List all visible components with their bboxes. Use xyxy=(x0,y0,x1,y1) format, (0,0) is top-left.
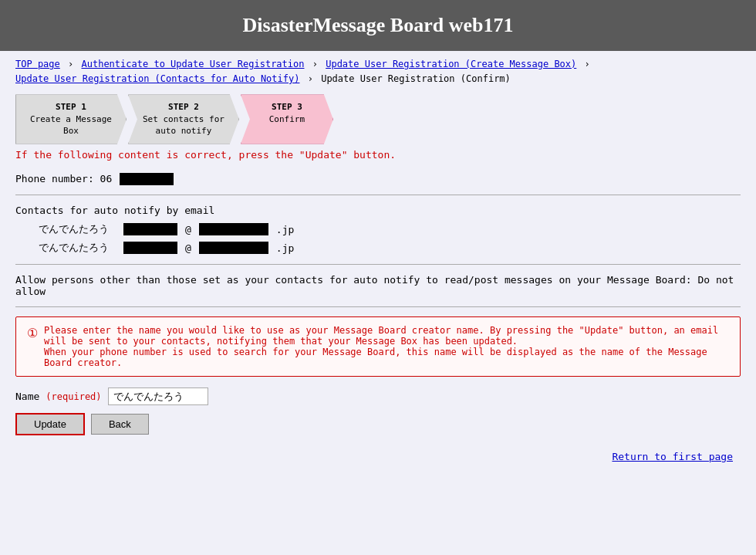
breadcrumb-top[interactable]: TOP page xyxy=(15,59,60,69)
phone-section: Phone number: 06 xyxy=(15,173,741,186)
contacts-section: Contacts for auto notify by email でんでんたろ… xyxy=(15,205,741,255)
breadcrumb-create-message-box[interactable]: Update User Registration (Create Message… xyxy=(326,59,576,69)
allow-row: Allow persons other than those set as yo… xyxy=(15,274,741,297)
contact-row-2: でんでんたろう @ .jp xyxy=(39,241,741,255)
button-row: Update Back xyxy=(15,413,741,435)
warning-box: ① Please enter the name you would like t… xyxy=(15,316,741,377)
contact-2-email-domain-redacted xyxy=(199,242,268,254)
step-3-num: STEP 3 xyxy=(255,101,319,113)
name-label: Name xyxy=(15,391,39,402)
step-2-label: Set contacts forauto notify xyxy=(143,113,224,137)
required-label: (required) xyxy=(46,391,101,402)
contact-2-name: でんでんたろう xyxy=(39,241,116,255)
step-2-num: STEP 2 xyxy=(143,101,224,113)
instruction-text: If the following content is correct, pre… xyxy=(15,149,741,161)
contact-1-name: でんでんたろう xyxy=(39,222,116,236)
step-1-num: STEP 1 xyxy=(30,101,112,113)
name-input[interactable] xyxy=(108,387,208,405)
contact-1-domain-suffix: .jp xyxy=(276,224,294,235)
contact-2-at: @ xyxy=(185,242,191,254)
contact-1-email-user-redacted xyxy=(123,223,177,235)
breadcrumb: TOP page › Authenticate to Update User R… xyxy=(15,57,741,86)
contact-1-at: @ xyxy=(185,224,191,235)
divider-3 xyxy=(15,306,741,307)
step-3-label: Confirm xyxy=(255,113,319,125)
contact-row-1: でんでんたろう @ .jp xyxy=(39,222,741,236)
step-3: STEP 3 Confirm xyxy=(241,94,333,144)
page-title: DisasterMessage Board web171 xyxy=(15,14,741,37)
back-button[interactable]: Back xyxy=(91,414,149,435)
step-1: STEP 1 Create a MessageBox xyxy=(15,94,127,144)
step-1-label: Create a MessageBox xyxy=(30,113,112,137)
phone-prefix: 06 xyxy=(100,173,113,184)
main-content: TOP page › Authenticate to Update User R… xyxy=(0,51,756,555)
divider-1 xyxy=(15,195,741,195)
steps-container: STEP 1 Create a MessageBox STEP 2 Set co… xyxy=(15,94,741,144)
contacts-title: Contacts for auto notify by email xyxy=(15,205,741,216)
breadcrumb-contacts[interactable]: Update User Registration (Contacts for A… xyxy=(15,73,299,84)
contact-2-email-user-redacted xyxy=(123,242,177,254)
breadcrumb-current: Update User Registration (Confirm) xyxy=(321,73,511,84)
page-header: DisasterMessage Board web171 xyxy=(0,0,756,51)
return-link-container: Return to first page xyxy=(15,451,741,462)
phone-label: Phone number: xyxy=(15,173,94,184)
breadcrumb-authenticate[interactable]: Authenticate to Update User Registration xyxy=(82,59,305,69)
contact-1-email-domain-redacted xyxy=(199,223,268,235)
phone-redacted xyxy=(120,173,174,185)
warning-text: Please enter the name you would like to … xyxy=(44,325,729,368)
contact-2-domain-suffix: .jp xyxy=(276,242,294,254)
update-button[interactable]: Update xyxy=(15,413,85,435)
step-2: STEP 2 Set contacts forauto notify xyxy=(128,94,239,144)
return-to-first-page-link[interactable]: Return to first page xyxy=(612,451,733,462)
name-field-row: Name (required) xyxy=(15,387,741,405)
divider-2 xyxy=(15,264,741,265)
phone-row: Phone number: 06 xyxy=(15,173,741,186)
warning-icon: ① xyxy=(27,326,38,340)
